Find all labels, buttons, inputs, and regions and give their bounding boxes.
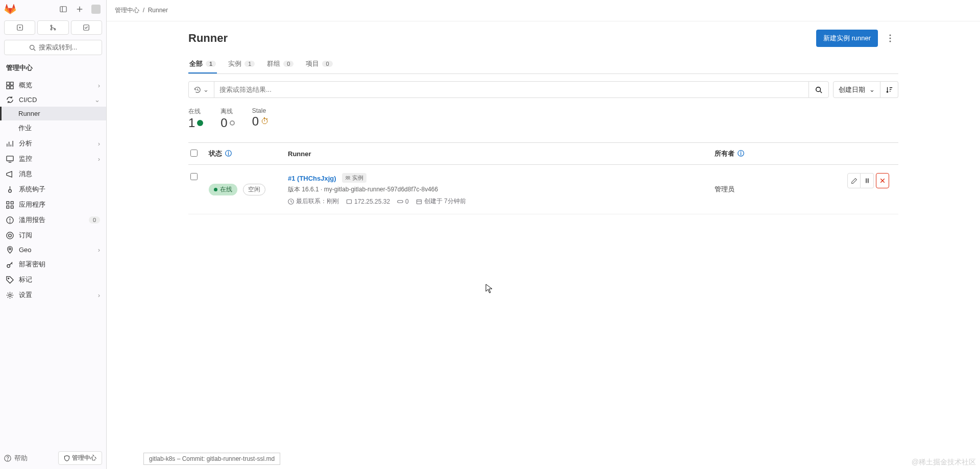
watermark: @稀土掘金技术社区 — [912, 458, 976, 467]
clock-icon — [288, 199, 294, 205]
status-badge-online: 在线 — [209, 184, 237, 195]
svg-rect-25 — [7, 206, 9, 208]
help-icon[interactable]: ⓘ — [225, 149, 232, 158]
help-icon — [4, 455, 11, 462]
svg-rect-14 — [10, 82, 13, 85]
svg-point-43 — [346, 176, 348, 178]
svg-rect-50 — [867, 179, 868, 183]
chevron-down-icon: ⌄ — [203, 86, 209, 93]
megaphone-icon — [6, 170, 14, 178]
sort-dropdown[interactable]: 创建日期 ⌄ — [833, 81, 880, 98]
sort-direction-button[interactable] — [880, 81, 898, 98]
sidebar-item-runner[interactable]: Runner — [0, 107, 106, 120]
overview-icon — [6, 82, 14, 89]
chevron-right-icon: › — [98, 82, 100, 89]
svg-rect-0 — [60, 7, 66, 12]
subscribe-icon — [6, 232, 14, 239]
admin-icon — [64, 455, 70, 461]
search-button[interactable] — [808, 81, 829, 98]
calendar-icon — [416, 199, 422, 205]
more-menu-button[interactable] — [882, 30, 898, 46]
svg-point-8 — [51, 29, 52, 30]
tab-project[interactable]: 项目0 — [305, 55, 333, 73]
tab-group[interactable]: 群组0 — [266, 55, 295, 73]
breadcrumb: 管理中心 / Runner — [107, 0, 980, 21]
hooks-icon — [6, 186, 14, 193]
key-icon — [6, 261, 14, 268]
gear-icon — [6, 291, 14, 299]
sidebar-item-overview[interactable]: 概览› — [0, 78, 106, 93]
status-dot-grey — [230, 120, 235, 126]
history-button[interactable]: ⌄ — [188, 81, 214, 98]
avatar[interactable] — [90, 3, 102, 15]
pause-button[interactable] — [861, 173, 874, 188]
breadcrumb-root[interactable]: 管理中心 — [115, 7, 139, 14]
sidebar-item-labels[interactable]: 标记 — [0, 272, 106, 287]
tab-instance[interactable]: 实例1 — [227, 55, 256, 73]
cursor-icon — [485, 284, 493, 294]
sidebar-item-deploykeys[interactable]: 部署密钥 — [0, 257, 106, 272]
svg-rect-46 — [347, 200, 352, 204]
plus-icon[interactable] — [74, 3, 86, 15]
delete-button[interactable] — [876, 173, 889, 188]
svg-point-39 — [890, 38, 891, 39]
search-box[interactable]: 搜索或转到... — [4, 40, 102, 55]
row-checkbox[interactable] — [190, 173, 198, 180]
sidebar-item-settings[interactable]: 设置› — [0, 287, 106, 303]
apps-icon — [6, 201, 14, 209]
svg-rect-26 — [11, 206, 13, 208]
todo-button[interactable] — [71, 20, 102, 35]
sidebar-item-apps[interactable]: 应用程序 — [0, 197, 106, 212]
ip-icon — [346, 199, 352, 205]
select-all-checkbox[interactable] — [190, 150, 198, 157]
svg-line-42 — [820, 91, 822, 93]
stat-online: 在线 1 — [188, 107, 203, 130]
svg-point-44 — [348, 176, 350, 178]
sidebar-item-cicd[interactable]: CI/CD⌄ — [0, 93, 106, 107]
admin-pill[interactable]: 管理中心 — [58, 451, 102, 465]
merge-button[interactable] — [37, 20, 68, 35]
sidebar-item-abuse[interactable]: 滥用报告0 — [0, 212, 106, 228]
runner-type-badge: 实例 — [342, 173, 366, 183]
svg-point-31 — [7, 232, 13, 238]
stat-offline: 离线 0 — [220, 107, 234, 130]
collapse-icon[interactable] — [57, 3, 69, 15]
status-badge-idle: 空闲 — [243, 184, 265, 195]
filter-input[interactable] — [214, 81, 808, 98]
clock-warn-icon: ⏱ — [261, 117, 269, 126]
abuse-icon — [6, 216, 14, 224]
runner-id-link[interactable]: #1 (THChsJxjg) — [288, 175, 336, 182]
cicd-icon — [6, 96, 14, 104]
sort-desc-icon — [886, 86, 893, 93]
monitor-icon — [6, 155, 14, 163]
sidebar-item-messages[interactable]: 消息 — [0, 166, 106, 182]
svg-rect-4 — [91, 5, 101, 14]
svg-point-34 — [8, 278, 9, 279]
label-icon — [6, 276, 14, 284]
tab-all[interactable]: 全部1 — [188, 55, 217, 73]
sidebar-item-analytics[interactable]: 分析› — [0, 136, 106, 151]
gitlab-logo[interactable] — [4, 3, 16, 15]
instance-icon — [345, 175, 351, 181]
sidebar-item-jobs[interactable]: 作业 — [0, 120, 106, 136]
sidebar-item-subscribe[interactable]: 订阅 — [0, 228, 106, 243]
svg-point-11 — [30, 45, 34, 49]
svg-point-6 — [19, 27, 20, 28]
issues-button[interactable] — [4, 20, 35, 35]
svg-point-41 — [816, 87, 821, 91]
status-tooltip: gitlab-k8s – Commit: gitlab-runner-trust… — [143, 453, 280, 465]
svg-point-30 — [9, 234, 12, 237]
sidebar-item-monitor[interactable]: 监控› — [0, 151, 106, 166]
svg-point-38 — [890, 35, 891, 36]
sidebar-item-hooks[interactable]: 系统钩子 — [0, 182, 106, 197]
sidebar-item-geo[interactable]: Geo› — [0, 243, 106, 257]
jobs-icon — [397, 199, 403, 205]
help-link[interactable]: 帮助 — [4, 454, 28, 463]
svg-line-12 — [34, 48, 35, 50]
help-icon[interactable]: ⓘ — [738, 149, 744, 158]
svg-rect-24 — [11, 201, 13, 204]
search-icon — [815, 86, 822, 93]
new-runner-button[interactable]: 新建实例 runner — [816, 30, 878, 47]
edit-button[interactable] — [847, 173, 861, 188]
kebab-icon — [889, 34, 891, 42]
